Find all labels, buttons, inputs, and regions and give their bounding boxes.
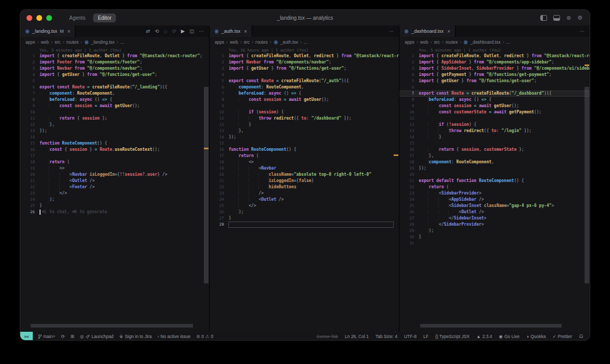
line-number: 7: [20, 90, 35, 97]
more-icon[interactable]: ⋯: [389, 29, 394, 34]
token: :: [72, 91, 77, 96]
next-change-icon[interactable]: ⟳: [172, 29, 176, 34]
editor-tab[interactable]: _landing.tsxM×: [20, 25, 75, 37]
prettier-item[interactable]: ✓ Prettier: [552, 334, 572, 339]
code-text: }: [229, 215, 231, 222]
toggle-panel-icon[interactable]: [553, 15, 560, 21]
tab-size-indicator[interactable]: Tab Size: 4: [375, 334, 397, 339]
token: ?.: [142, 172, 148, 177]
tab-editor[interactable]: Editor: [93, 14, 116, 22]
breadcrumb-item[interactable]: _auth.tsx: [280, 40, 298, 45]
token: >: [482, 222, 484, 227]
horizontal-scrollbar[interactable]: [31, 324, 193, 328]
line-col-indicator[interactable]: Ln 26, Col 1: [345, 334, 369, 339]
code-line: 22 return (: [399, 184, 590, 190]
token: {: [436, 54, 442, 58]
breadcrumb-item[interactable]: web: [420, 40, 429, 45]
code-text: export const Route = createFileRoute("/_…: [419, 90, 551, 97]
encoding-indicator[interactable]: UTF-8: [404, 334, 417, 339]
split-editor-icon[interactable]: ◫: [189, 29, 194, 34]
commit-graph-icon[interactable]: ⊞: [71, 334, 74, 339]
token: import: [229, 60, 246, 64]
token: ,: [499, 54, 504, 58]
token: },: [49, 122, 55, 127]
close-tab-icon[interactable]: ×: [447, 29, 450, 34]
breadcrumb-item[interactable]: _dashboard.tsx: [470, 40, 500, 45]
token: }: [249, 122, 251, 127]
run-icon[interactable]: ▶: [181, 29, 185, 34]
breadcrumb-item[interactable]: src: [244, 40, 250, 45]
breadcrumb-item[interactable]: apps: [405, 40, 414, 45]
close-tab-icon[interactable]: ×: [68, 29, 71, 34]
breadcrumb-item[interactable]: ...: [506, 40, 510, 45]
token: :: [264, 91, 269, 96]
vertical-scrollbar[interactable]: [585, 87, 589, 283]
language-indicator[interactable]: {} TypeScript JSX: [435, 334, 470, 339]
problems-item[interactable]: ⊘ 0 ⚠ 0: [196, 334, 213, 339]
breadcrumb-item[interactable]: apps: [215, 40, 224, 45]
minimize-window-button[interactable]: [36, 15, 42, 21]
close-window-button[interactable]: [27, 15, 32, 21]
breadcrumb-item[interactable]: src: [55, 40, 60, 45]
token: }: [334, 54, 341, 58]
breadcrumb-item[interactable]: ...: [120, 40, 124, 45]
tab-label: _landing.tsx: [32, 29, 57, 34]
tab-agents[interactable]: Agents: [64, 14, 90, 22]
token: });: [341, 116, 351, 121]
sync-icon[interactable]: ⟳: [61, 334, 64, 339]
breadcrumb-item[interactable]: src: [434, 40, 439, 45]
breadcrumb-item[interactable]: web: [41, 40, 49, 45]
launchpad-item[interactable]: ◎ Launchpad: [80, 334, 114, 339]
more-icon[interactable]: ⋯: [199, 29, 204, 34]
editor-tab[interactable]: _auth.tsx×: [210, 25, 252, 37]
version-indicator[interactable]: ▲ 2.3.4: [476, 334, 492, 339]
cursor-settings-icon[interactable]: ⊛: [566, 15, 571, 21]
notifications-bell-icon[interactable]: [579, 334, 583, 339]
token: createFileRoute: [442, 54, 479, 58]
token: Navbar: [72, 172, 87, 177]
editor-tab[interactable]: _dashboard.tsx×: [399, 25, 455, 37]
remote-indicator[interactable]: ><: [20, 332, 33, 341]
open-changes-icon[interactable]: ⇄: [146, 29, 150, 34]
quokka-item[interactable]: ◑ Quokka: [526, 334, 546, 339]
indent-guides: [419, 153, 429, 158]
cursor-tab-toggle[interactable]: Cursor Tab: [317, 334, 338, 339]
horizontal-scrollbar[interactable]: [420, 324, 562, 328]
code-editor[interactable]: You, 5 minutes ago | 1 author (You)1impo…: [399, 47, 590, 332]
go-back-icon[interactable]: ⟲: [155, 29, 159, 34]
settings-gear-icon[interactable]: ⚙: [577, 15, 582, 21]
token: if: [439, 122, 444, 127]
indent-guides: [419, 228, 429, 233]
breadcrumb-item[interactable]: routes: [255, 40, 268, 45]
breadcrumb-item[interactable]: routes: [66, 40, 79, 45]
close-tab-icon[interactable]: ×: [244, 29, 247, 34]
breadcrumb-item[interactable]: ...: [304, 40, 307, 45]
breadcrumb-separator-icon: ›: [502, 40, 504, 45]
token: {: [436, 79, 442, 83]
code-line: 23 <SidebarProvider>: [399, 190, 590, 197]
toggle-left-sidebar-icon[interactable]: [540, 15, 547, 21]
code-editor[interactable]: You, 3 minutes ago | 1 author (You)1impo…: [20, 47, 209, 332]
title-bar[interactable]: _landing.tsx — analytics Agents Editor ⊛…: [20, 10, 590, 25]
breadcrumb-separator-icon: ›: [37, 40, 38, 45]
breadcrumb-item[interactable]: _landing.tsx: [91, 40, 114, 45]
token: =>: [291, 91, 296, 96]
more-icon[interactable]: ⋯: [580, 29, 585, 34]
breadcrumb-item[interactable]: web: [230, 40, 238, 45]
code-text: import { getUser } from "@/functions/get…: [419, 78, 536, 84]
code-text: },: [229, 128, 244, 134]
zoom-window-button[interactable]: [46, 15, 52, 21]
code-editor[interactable]: You, 16 hours ago | 1 author (You)1impor…: [210, 47, 399, 332]
token: ,: [301, 85, 304, 89]
git-branch-item[interactable]: main+: [37, 334, 55, 339]
code-text: <Navbar isLoggedIn={!!session?.user} />: [40, 172, 167, 178]
breadcrumb-item[interactable]: apps: [25, 40, 35, 45]
active-issue-item[interactable]: › No active issue: [158, 334, 190, 339]
breadcrumb-item[interactable]: routes: [446, 40, 458, 45]
previous-change-icon[interactable]: ◇: [164, 29, 167, 34]
vertical-scrollbar[interactable]: [204, 87, 209, 283]
code-line: 24 );: [20, 197, 209, 203]
eol-indicator[interactable]: LF: [423, 334, 429, 339]
jira-signin-item[interactable]: Sign in to Jira: [119, 334, 152, 339]
go-live-item[interactable]: ◉ Go Live: [499, 334, 520, 339]
